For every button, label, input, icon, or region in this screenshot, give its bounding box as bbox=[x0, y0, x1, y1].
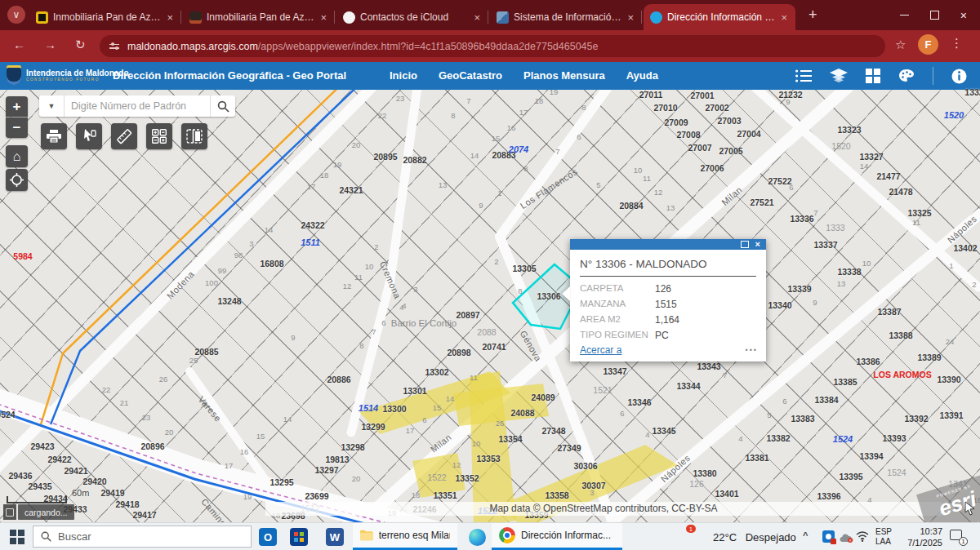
parcel-label: 8 bbox=[523, 164, 528, 173]
popup-more-icon[interactable]: ••• bbox=[746, 346, 758, 354]
scale-bar bbox=[7, 496, 67, 503]
edge-icon[interactable] bbox=[467, 527, 487, 547]
parcel-label: 27521 bbox=[750, 197, 773, 207]
tray-expand-icon[interactable]: ^ bbox=[803, 530, 808, 540]
parcel-label: 13338 bbox=[837, 267, 861, 277]
attribute-value: 1515 bbox=[655, 299, 677, 310]
parcel-label: 19 bbox=[333, 160, 342, 169]
parcel-label: 6 bbox=[422, 415, 426, 424]
padron-search-widget: ▼ bbox=[39, 95, 235, 117]
popup-attributes: CARPETA126MANZANA1515AREA M21,164TIPO RE… bbox=[580, 283, 756, 341]
search-dropdown-arrow[interactable]: ▼ bbox=[39, 95, 65, 117]
parcel-label: 13354 bbox=[498, 434, 522, 444]
popup-close-icon[interactable]: × bbox=[755, 240, 760, 249]
parcel-label: 126 bbox=[689, 479, 704, 489]
parcel-label: 29423 bbox=[30, 441, 54, 451]
parcel-label: 13380 bbox=[693, 468, 716, 478]
parcel-label: 27009 bbox=[664, 118, 688, 127]
parcel-label: 13346 bbox=[627, 397, 651, 407]
outlook-icon[interactable]: O bbox=[258, 527, 278, 547]
parcel-label: 7 bbox=[372, 327, 376, 336]
parcel-label: 13345 bbox=[652, 426, 675, 436]
popup-titlebar[interactable]: × bbox=[570, 239, 766, 250]
swipe-button[interactable] bbox=[181, 123, 207, 149]
locate-button[interactable] bbox=[6, 169, 28, 191]
parcel-label: 6 bbox=[381, 318, 385, 327]
zoom-out-button[interactable]: − bbox=[6, 118, 28, 138]
padron-search-input[interactable] bbox=[65, 100, 210, 112]
neighborhood-label: Barrio El Cortijo bbox=[391, 318, 457, 328]
parcel-label: 27003 bbox=[717, 116, 741, 126]
parcel-label: 20897 bbox=[456, 310, 479, 320]
parcel-label: 2088 bbox=[477, 327, 496, 337]
weather-icon[interactable]: 1 bbox=[688, 527, 708, 547]
parcel-label: 23 bbox=[396, 94, 405, 103]
popup-attribute-row: CARPETA126 bbox=[580, 283, 756, 295]
parcel-label: 17 bbox=[519, 108, 528, 117]
weather-badge: 1 bbox=[686, 525, 696, 533]
parcel-label: 1524 bbox=[833, 434, 853, 444]
language-indicator[interactable]: ESP LAA bbox=[875, 527, 892, 547]
street-label: Milan bbox=[429, 432, 453, 454]
weather-description: Despejado bbox=[746, 531, 796, 543]
popup-maximize-icon[interactable] bbox=[741, 241, 749, 248]
home-button[interactable]: ⌂ bbox=[6, 145, 28, 167]
word-icon[interactable]: W bbox=[325, 527, 345, 547]
parcel-label: 21232 bbox=[778, 90, 802, 100]
wifi-icon[interactable] bbox=[856, 530, 869, 545]
loading-text: cargando... bbox=[18, 504, 74, 520]
parcel-label: 16 bbox=[507, 123, 516, 132]
clock[interactable]: 10:37 7/1/2025 bbox=[900, 526, 942, 549]
parcel-label: 20 bbox=[352, 140, 361, 149]
tray-app-icon[interactable] bbox=[822, 530, 835, 543]
parcel-label: 13386 bbox=[856, 357, 880, 366]
parcel-label: 13295 bbox=[270, 477, 293, 487]
start-button[interactable] bbox=[10, 530, 24, 544]
parcel-label: 12 bbox=[343, 282, 352, 291]
store-icon[interactable] bbox=[289, 527, 309, 547]
parcel-label: 13298 bbox=[341, 442, 364, 452]
weather-status[interactable]: 22°C Despejado bbox=[713, 531, 796, 543]
taskbar-search[interactable]: Buscar bbox=[33, 526, 252, 548]
parcel-label: 22 bbox=[378, 111, 387, 120]
notification-center-icon[interactable]: 1 bbox=[950, 530, 964, 543]
parcel-label: 23699 bbox=[305, 491, 328, 501]
search-icon[interactable] bbox=[210, 95, 235, 117]
parcel-label: 5984 bbox=[13, 251, 32, 261]
measure-button[interactable] bbox=[111, 123, 137, 149]
zoom-in-button[interactable]: + bbox=[6, 96, 28, 117]
parcel-label: 13385 bbox=[833, 377, 857, 387]
chrome-window-button[interactable]: Dirección Informac... bbox=[492, 523, 622, 550]
date: 7/1/2025 bbox=[900, 538, 942, 549]
parcel-label: 14 bbox=[860, 162, 869, 171]
parcel-label: 24321 bbox=[339, 185, 363, 195]
parcel-label: 13323 bbox=[837, 125, 861, 135]
popup-title: N° 13306 - MALDONADO bbox=[580, 255, 756, 277]
scale-label: 60m bbox=[72, 488, 89, 498]
parcel-label: 13336 bbox=[790, 214, 813, 224]
street-label: Nápoles bbox=[946, 214, 979, 245]
parcel-label: 14 bbox=[265, 225, 274, 234]
print-button[interactable] bbox=[41, 123, 67, 149]
parcel-label: 9 bbox=[786, 97, 790, 106]
windows-taskbar: Buscar O W terreno esq Milan y... Direcc… bbox=[0, 522, 980, 550]
parcel-label: 13340 bbox=[768, 300, 791, 310]
parcel-label: 5 bbox=[767, 410, 771, 419]
parcel-label: 8 bbox=[581, 103, 586, 112]
select-button[interactable] bbox=[76, 123, 102, 149]
onedrive-error-icon[interactable]: × bbox=[840, 531, 853, 546]
parcel-label: 13325 bbox=[907, 208, 931, 218]
mouse-cursor bbox=[964, 501, 976, 516]
basemap-toggle-button[interactable] bbox=[146, 123, 172, 149]
explorer-window-button[interactable]: terreno esq Milan y... bbox=[353, 523, 457, 550]
parcel-label: 13339 bbox=[787, 284, 811, 294]
parcel-label: 7 bbox=[466, 96, 470, 105]
parcel-label: 21 bbox=[120, 398, 129, 407]
parcel-label: 27005 bbox=[719, 146, 742, 156]
popup-attribute-row: TIPO REGIMENPC bbox=[580, 330, 756, 341]
notification-count: 1 bbox=[959, 537, 968, 546]
parcel-label: 14 bbox=[446, 394, 455, 403]
parcel-label: 26 bbox=[159, 375, 168, 384]
parcel-label: 29435 bbox=[28, 481, 51, 491]
zoom-to-link[interactable]: Acercar a bbox=[580, 344, 621, 356]
